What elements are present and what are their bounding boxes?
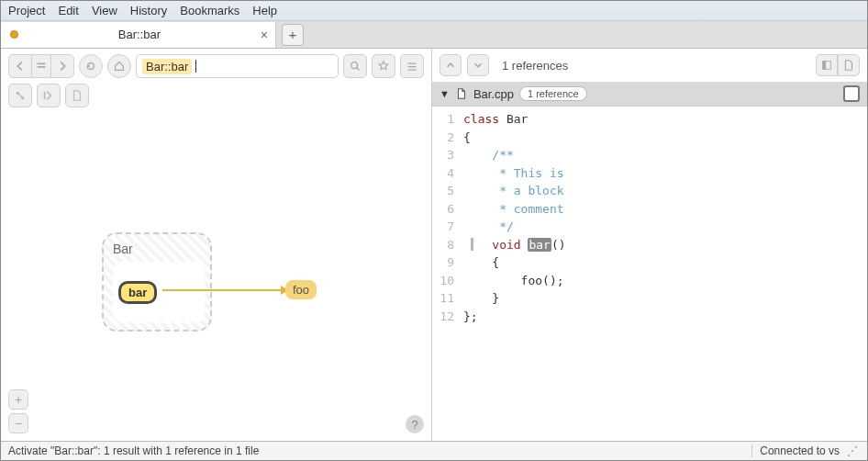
forward-button[interactable] <box>50 54 74 78</box>
line-number: 8 <box>432 236 463 254</box>
code-line[interactable]: 5 * a block <box>432 182 867 200</box>
new-tab-button[interactable]: + <box>282 24 304 46</box>
line-number: 12 <box>432 308 463 326</box>
line-number: 5 <box>432 182 463 200</box>
code-line[interactable]: 3 /** <box>432 146 867 164</box>
code-line[interactable]: 12}; <box>432 308 867 326</box>
file-icon <box>455 87 468 100</box>
svg-point-2 <box>351 62 358 69</box>
close-icon[interactable]: × <box>261 28 268 42</box>
call-arrow <box>162 289 287 291</box>
search-input[interactable]: Bar::bar <box>136 54 339 78</box>
prev-ref-button[interactable] <box>440 54 462 76</box>
code-line[interactable]: 10 foo(); <box>432 272 867 290</box>
search-highlight: Bar::bar <box>142 59 192 74</box>
code-content: * This is <box>463 164 564 183</box>
code-line[interactable]: 2{ <box>432 129 867 147</box>
settings-button[interactable] <box>400 54 424 78</box>
menu-bar: ProjectEditViewHistoryBookmarksHelp <box>1 1 867 21</box>
code-line[interactable]: 8 void bar() <box>432 236 867 254</box>
code-line[interactable]: 11 } <box>432 289 867 308</box>
code-line[interactable]: 6 * comment <box>432 200 867 219</box>
history-dropdown[interactable] <box>32 54 50 78</box>
code-content: { <box>463 253 499 272</box>
code-line[interactable]: 9 { <box>432 253 867 272</box>
status-bar: Activate "Bar::bar": 1 result with 1 ref… <box>1 441 867 460</box>
line-number: 3 <box>432 146 463 164</box>
zoom-in-button[interactable]: + <box>8 389 28 410</box>
svg-rect-5 <box>408 70 417 71</box>
code-content: * comment <box>463 200 564 219</box>
back-button[interactable] <box>8 54 32 78</box>
method-node-foo[interactable]: foo <box>285 280 317 299</box>
bookmark-button[interactable] <box>372 54 395 78</box>
file-mode-button[interactable] <box>65 84 89 107</box>
graph-panel: Bar::bar Bar bar foo + − <box>1 49 432 441</box>
connection-status: Connected to vs <box>751 444 847 457</box>
code-content: /** <box>463 146 514 164</box>
code-view[interactable]: 1class Bar2{3 /**4 * This is5 * a block6… <box>432 106 867 441</box>
next-ref-button[interactable] <box>467 54 489 76</box>
code-content: * a block <box>463 182 564 200</box>
resize-grip[interactable]: ⋰ <box>847 444 860 457</box>
text-cursor <box>195 60 196 73</box>
menu-history[interactable]: History <box>130 4 167 17</box>
menu-bookmarks[interactable]: Bookmarks <box>180 4 239 17</box>
line-number: 1 <box>432 110 463 129</box>
maximize-icon[interactable] <box>843 85 860 102</box>
code-line[interactable]: 4 * This is <box>432 164 867 183</box>
line-number: 11 <box>432 289 463 308</box>
collapse-icon[interactable]: ▼ <box>440 88 450 99</box>
line-number: 4 <box>432 164 463 183</box>
tab[interactable]: Bar::bar × <box>1 22 276 48</box>
class-node[interactable]: Bar bar <box>102 232 212 332</box>
status-message: Activate "Bar::bar": 1 result with 1 ref… <box>8 444 259 457</box>
graph-canvas[interactable]: Bar bar foo + − ? <box>1 113 431 441</box>
code-content: }; <box>463 308 478 326</box>
svg-rect-10 <box>823 62 827 70</box>
svg-rect-4 <box>408 66 417 67</box>
refresh-button[interactable] <box>79 54 103 78</box>
svg-rect-8 <box>44 92 46 100</box>
class-label: Bar <box>113 242 201 256</box>
code-line[interactable]: 1class Bar <box>432 110 867 129</box>
code-content: } <box>463 289 499 308</box>
method-node-bar[interactable]: bar <box>118 281 157 304</box>
svg-rect-0 <box>38 63 46 65</box>
list-mode-button[interactable] <box>37 84 61 107</box>
line-number: 10 <box>432 272 463 290</box>
tab-status-icon <box>10 30 18 39</box>
menu-help[interactable]: Help <box>252 4 277 17</box>
tab-bar: Bar::bar × + <box>1 21 867 49</box>
menu-view[interactable]: View <box>92 4 117 17</box>
search-button[interactable] <box>343 54 367 78</box>
code-panel: 1 references ▼ Bar.cpp 1 reference 1clas… <box>432 49 867 441</box>
code-content: void bar() <box>463 236 566 254</box>
class-body: bar <box>113 262 205 322</box>
menu-project[interactable]: Project <box>8 4 45 17</box>
line-number: 7 <box>432 218 463 236</box>
line-number: 2 <box>432 129 463 147</box>
line-number: 6 <box>432 200 463 219</box>
nav-group <box>8 54 74 78</box>
menu-edit[interactable]: Edit <box>58 4 78 17</box>
view-toggle-a[interactable] <box>816 54 838 76</box>
zoom-out-button[interactable]: − <box>8 413 28 433</box>
file-name: Bar.cpp <box>473 87 514 101</box>
code-content: */ <box>463 218 514 236</box>
svg-rect-1 <box>38 66 46 68</box>
code-content: foo(); <box>463 272 564 290</box>
file-header[interactable]: ▼ Bar.cpp 1 reference <box>432 82 867 106</box>
line-number: 9 <box>432 253 463 272</box>
help-icon[interactable]: ? <box>406 415 424 433</box>
view-toggle-b[interactable] <box>838 54 860 76</box>
code-content: class Bar <box>463 110 528 129</box>
home-button[interactable] <box>107 54 131 78</box>
ref-count-label: 1 references <box>495 59 810 73</box>
code-line[interactable]: 7 */ <box>432 218 867 236</box>
svg-rect-3 <box>408 63 417 64</box>
code-content: { <box>463 129 471 147</box>
tab-title: Bar::bar <box>26 28 253 41</box>
file-ref-pill: 1 reference <box>519 86 587 101</box>
graph-mode-button[interactable] <box>8 84 32 107</box>
